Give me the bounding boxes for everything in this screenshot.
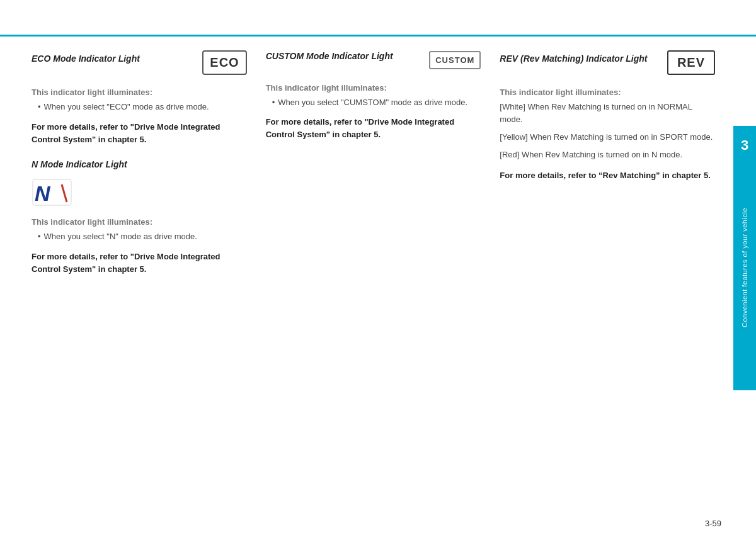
- rev-illuminates-label: This indicator light illuminates:: [500, 88, 715, 97]
- top-accent-line: [0, 35, 756, 37]
- n-mode-section: N Mode Indicator Light N This indicator: [32, 159, 247, 276]
- custom-illuminates-label: This indicator light illuminates:: [266, 83, 481, 93]
- custom-indicator-row: CUSTOM Mode Indicator Light CUSTOM: [266, 50, 481, 71]
- eco-detail-text: For more details, refer to "Drive Mode I…: [32, 121, 247, 146]
- n-detail-text: For more details, refer to "Drive Mode I…: [32, 251, 247, 276]
- chapter-number: 3: [741, 137, 748, 154]
- page-number: 3-59: [705, 519, 721, 528]
- rev-badge: REV: [667, 50, 715, 75]
- svg-text:N: N: [35, 181, 51, 205]
- eco-column: ECO Mode Indicator Light ECO This indica…: [32, 50, 266, 288]
- n-illuminates-label: This indicator light illuminates:: [32, 217, 247, 227]
- eco-indicator-row: ECO Mode Indicator Light ECO: [32, 50, 247, 75]
- n-mode-logo-container: N: [32, 178, 247, 208]
- rev-section-title: REV (Rev Matching) Indicator Light: [500, 53, 647, 65]
- eco-bullet-marker: •: [38, 101, 41, 113]
- n-bullet-1: • When you select "N" mode as drive mode…: [38, 230, 247, 243]
- n-mode-logo: N: [32, 178, 72, 206]
- custom-column: CUSTOM Mode Indicator Light CUSTOM This …: [266, 50, 500, 288]
- custom-badge: CUSTOM: [429, 51, 481, 69]
- eco-illuminates-label: This indicator light illuminates:: [32, 88, 247, 97]
- n-bullet-text: When you select "N" mode as drive mode.: [44, 230, 197, 243]
- columns-container: ECO Mode Indicator Light ECO This indica…: [32, 50, 721, 288]
- chapter-title: Convenient features of your vehicle: [741, 208, 748, 327]
- main-content: ECO Mode Indicator Light ECO This indica…: [32, 50, 721, 511]
- rev-column: REV (Rev Matching) Indicator Light REV T…: [500, 50, 721, 288]
- custom-bullet-text: When you select "CUMSTOM" mode as drive …: [278, 96, 467, 109]
- rev-item-1: [White] When Rev Matching is turned on i…: [500, 101, 715, 126]
- n-bullet-marker: •: [38, 230, 41, 243]
- chapter-tab: 3 Convenient features of your vehicle: [733, 126, 756, 390]
- custom-detail-text: For more details, refer to "Drive Mode I…: [266, 116, 481, 141]
- custom-section-title: CUSTOM Mode Indicator Light: [266, 50, 393, 63]
- svg-line-3: [62, 184, 67, 202]
- custom-bullet-1: • When you select "CUMSTOM" mode as driv…: [272, 96, 481, 109]
- rev-item-3: [Red] When Rev Matching is turned on in …: [500, 149, 715, 161]
- eco-bullet-1: • When you select "ECO" mode as drive mo…: [38, 101, 247, 113]
- rev-detail-text: For more details, refer to “Rev Matching…: [500, 169, 715, 182]
- n-mode-title: N Mode Indicator Light: [32, 159, 247, 171]
- custom-bullet-marker: •: [272, 96, 275, 109]
- eco-section-title: ECO Mode Indicator Light: [32, 53, 140, 65]
- eco-bullet-text: When you select "ECO" mode as drive mode…: [44, 101, 209, 113]
- eco-badge: ECO: [202, 50, 246, 75]
- rev-item-2: [Yellow] When Rev Matching is turned on …: [500, 131, 715, 144]
- rev-indicator-row: REV (Rev Matching) Indicator Light REV: [500, 50, 715, 75]
